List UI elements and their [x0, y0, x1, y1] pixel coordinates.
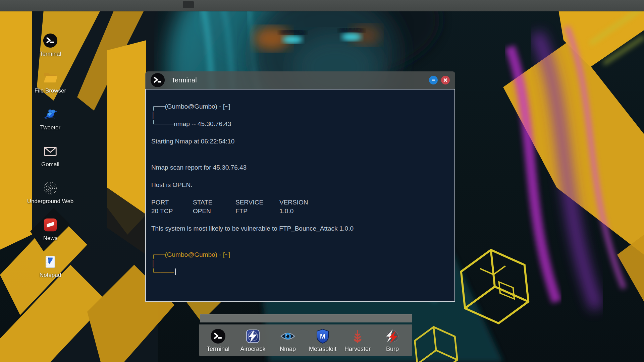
top-bar — [0, 0, 644, 11]
desktop-icon-label: Underground Web — [27, 198, 74, 205]
terminal-line: Nmap scan report for 45.30.76.43 — [151, 163, 448, 172]
terminal-line: │ — [151, 111, 448, 120]
desktop-icon-label: Gomail — [41, 161, 59, 168]
minimize-button[interactable] — [429, 76, 438, 84]
terminal-output[interactable]: ┌──(Gumbo@Gumbo) - [~]│└────nmap -- 45.3… — [145, 89, 455, 302]
dock-item-burp[interactable]: Burp — [375, 328, 410, 353]
dock-item-nmap[interactable]: Nmap — [270, 328, 305, 353]
close-button[interactable] — [441, 76, 450, 84]
dock-item-label: Terminal — [207, 346, 229, 353]
shield-bolt-icon — [245, 328, 261, 344]
terminal-line: └──── — [151, 268, 448, 277]
dock-item-label: Nmap — [280, 346, 296, 353]
dock-item-label: Metasploit — [309, 346, 336, 353]
desktop-icon-label: Terminal — [40, 51, 61, 57]
desktop-icon-column: Terminal File Browser Tweeter Gomail Und… — [18, 33, 82, 291]
terminal-line — [151, 216, 448, 224]
top-bar-inset — [183, 1, 194, 8]
terminal-line: Host is OPEN. — [151, 181, 448, 189]
terminal-line: Starting Nmap at 06:22:54:10 — [151, 137, 448, 146]
burp-icon — [384, 328, 400, 344]
window-title: Terminal — [171, 76, 197, 84]
desktop-icon-label: Tweeter — [40, 124, 60, 131]
terminal-line: 20 TCPOPENFTP1.0.0 — [151, 207, 448, 216]
terminal-icon — [43, 33, 58, 48]
desktop-icon-notepad[interactable]: Notepad — [18, 254, 82, 291]
desktop-icon-underground-web[interactable]: Underground Web — [18, 180, 82, 217]
dock-item-metasploit[interactable]: Metasploit — [305, 328, 340, 353]
dock-item-airocrack[interactable]: Airocrack — [235, 328, 270, 353]
dock-top-strip — [200, 314, 412, 322]
minimize-icon — [431, 78, 436, 82]
desktop-icon-file-browser[interactable]: File Browser — [18, 70, 82, 107]
folder-icon — [43, 70, 58, 85]
bird-icon — [43, 107, 58, 122]
close-icon — [443, 78, 448, 82]
web-icon — [43, 180, 58, 196]
terminal-line — [151, 172, 448, 181]
terminal-line — [151, 155, 448, 163]
envelope-icon — [43, 143, 58, 159]
terminal-line — [151, 233, 448, 242]
terminal-window: Terminal ┌──(Gumbo@Gumbo) - [~]│└────nma… — [145, 71, 455, 302]
wheat-icon — [350, 328, 366, 344]
terminal-line — [151, 242, 448, 250]
terminal-line: ┌──(Gumbo@Gumbo) - [~] — [151, 250, 448, 259]
eye-icon — [280, 328, 296, 344]
dock-item-label: Burp — [386, 346, 399, 353]
shield-m-icon — [315, 328, 331, 344]
window-title-bar[interactable]: Terminal — [145, 71, 455, 89]
notepad-icon — [43, 254, 58, 269]
dock: Terminal Airocrack Nmap Metasploit Harve… — [199, 324, 412, 356]
window-controls — [429, 71, 450, 89]
desktop-icon-terminal[interactable]: Terminal — [18, 33, 82, 70]
desktop-icon-gomail[interactable]: Gomail — [18, 143, 82, 180]
terminal-line: └────nmap -- 45.30.76.43 — [151, 120, 448, 128]
terminal-line: PORTSTATESERVICEVERSION — [151, 198, 448, 207]
terminal-line: │ — [151, 259, 448, 268]
desktop-icon-label: File Browser — [35, 87, 66, 94]
desktop-icon-label: News — [43, 235, 58, 242]
terminal-cursor — [175, 268, 176, 275]
dock-item-terminal[interactable]: Terminal — [201, 328, 235, 353]
dock-item-label: Harvester — [344, 346, 371, 353]
terminal-line — [151, 128, 448, 137]
desktop-icon-tweeter[interactable]: Tweeter — [18, 107, 82, 143]
terminal-icon — [210, 328, 226, 344]
dock-item-harvester[interactable]: Harvester — [340, 328, 375, 353]
terminal-line — [151, 189, 448, 198]
desktop-icon-label: Notepad — [40, 272, 61, 279]
dock-item-label: Airocrack — [240, 346, 265, 353]
terminal-line: This system is most likely to be vulnera… — [151, 224, 448, 233]
desktop-icon-news[interactable]: News — [18, 217, 82, 254]
news-icon — [43, 217, 58, 233]
terminal-line: ┌──(Gumbo@Gumbo) - [~] — [151, 102, 448, 111]
desktop: M — [0, 0, 644, 362]
terminal-icon — [150, 72, 165, 88]
terminal-line — [151, 146, 448, 155]
